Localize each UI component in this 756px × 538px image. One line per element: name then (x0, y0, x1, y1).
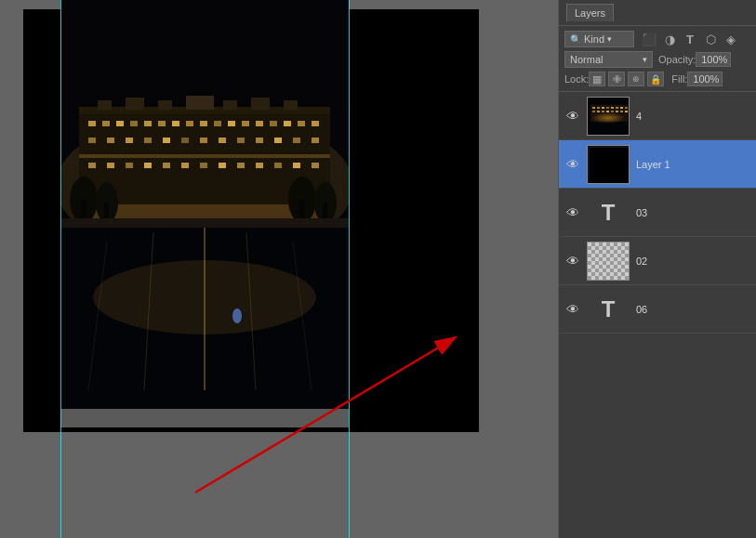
svg-rect-32 (312, 138, 319, 143)
layer-1-thumb (587, 145, 630, 184)
svg-rect-38 (163, 163, 170, 168)
search-row: 🔍 Kind ▾ ⬛ ◑ T ⬡ ◈ (564, 31, 750, 47)
svg-rect-40 (200, 163, 207, 168)
svg-rect-35 (107, 163, 114, 168)
svg-rect-72 (60, 218, 349, 228)
layer-4-thumb (587, 97, 630, 136)
svg-rect-16 (270, 121, 277, 126)
svg-rect-29 (256, 138, 263, 143)
svg-rect-80 (602, 107, 604, 109)
svg-rect-44 (274, 163, 282, 168)
svg-rect-4 (102, 121, 110, 126)
svg-rect-84 (620, 107, 623, 109)
svg-rect-42 (237, 163, 245, 168)
layer-06-name: 06 (636, 304, 751, 315)
svg-rect-11 (200, 121, 207, 126)
svg-rect-23 (144, 138, 152, 143)
svg-rect-21 (107, 138, 114, 143)
svg-rect-73 (60, 409, 349, 427)
blend-mode-label: Normal (570, 54, 603, 65)
layers-toolbar: 🔍 Kind ▾ ⬛ ◑ T ⬡ ◈ Normal ▾ Opacity: 100… (559, 26, 756, 92)
layers-tab[interactable]: Layers (566, 4, 614, 21)
svg-rect-79 (597, 107, 600, 109)
layer-06-text-icon: T (587, 290, 630, 329)
opacity-value[interactable]: 100% (696, 52, 731, 67)
svg-rect-36 (126, 163, 133, 168)
layer-4-visibility[interactable]: 👁 (564, 107, 582, 125)
svg-rect-14 (242, 121, 249, 126)
svg-rect-22 (126, 138, 133, 143)
layer-06-visibility[interactable]: 👁 (564, 300, 582, 319)
blend-opacity-row: Normal ▾ Opacity: 100% (564, 51, 750, 68)
fill-label: Fill: (671, 73, 687, 85)
svg-rect-26 (200, 138, 207, 143)
image-svg (60, 0, 349, 427)
guide-line-1 (60, 0, 61, 538)
svg-rect-54 (284, 100, 298, 110)
layer-03-visibility[interactable]: 👁 (564, 203, 582, 222)
layer-1-thumb-svg (588, 146, 630, 184)
svg-rect-13 (228, 121, 235, 126)
svg-rect-15 (256, 121, 263, 126)
opacity-label: Opacity: (658, 54, 696, 65)
lock-all-btn[interactable]: 🔒 (647, 72, 664, 86)
layer-02-thumb (587, 242, 630, 281)
svg-rect-8 (158, 121, 166, 126)
blend-arrow: ▾ (643, 55, 647, 64)
kind-dropdown[interactable]: 🔍 Kind ▾ (564, 31, 634, 47)
layer-item-1[interactable]: 👁 Layer 1 (559, 140, 756, 189)
svg-rect-12 (214, 121, 221, 126)
svg-rect-27 (219, 138, 226, 143)
layer-1-name: Layer 1 (636, 159, 751, 170)
svg-rect-6 (130, 121, 138, 126)
svg-rect-34 (88, 163, 96, 168)
lock-position-btn[interactable]: ⊕ (628, 72, 644, 86)
layer-item-06[interactable]: 👁 T 06 (559, 285, 756, 334)
svg-rect-43 (256, 163, 263, 168)
layer-4-name: 4 (636, 111, 751, 122)
layers-panel-header: Layers (559, 0, 756, 26)
lock-transparent-btn[interactable]: ▦ (589, 72, 605, 86)
search-icon: 🔍 (570, 34, 581, 45)
layer-4-thumb-image (588, 98, 629, 135)
shape-filter-icon[interactable]: ⬡ (702, 31, 719, 47)
svg-rect-83 (616, 107, 618, 109)
svg-rect-78 (592, 107, 595, 109)
svg-rect-39 (181, 163, 189, 168)
svg-rect-48 (98, 100, 112, 110)
svg-rect-10 (186, 121, 193, 126)
svg-rect-52 (223, 100, 237, 110)
pixel-filter-icon[interactable]: ⬛ (641, 31, 657, 47)
layer-02-name: 02 (636, 256, 751, 267)
svg-rect-85 (625, 107, 628, 109)
canvas-area (0, 0, 558, 538)
svg-rect-41 (219, 163, 226, 168)
building-thumb-glow (591, 112, 624, 124)
svg-rect-93 (625, 111, 628, 112)
blend-mode-dropdown[interactable]: Normal ▾ (564, 51, 653, 68)
svg-rect-97 (589, 147, 630, 184)
filter-icons: ⬛ ◑ T ⬡ ◈ (641, 31, 739, 47)
layer-02-visibility[interactable]: 👁 (564, 252, 582, 270)
canvas-bottom-area (0, 432, 558, 538)
svg-rect-95 (588, 122, 630, 136)
layers-panel: Layers 🔍 Kind ▾ ⬛ ◑ T ⬡ ◈ Normal ▾ (558, 0, 756, 538)
adjust-filter-icon[interactable]: ◑ (661, 31, 678, 47)
svg-rect-49 (126, 98, 144, 110)
svg-rect-18 (298, 121, 305, 126)
fill-value[interactable]: 100% (687, 72, 723, 86)
type-filter-icon[interactable]: T (682, 31, 698, 47)
svg-rect-7 (144, 121, 152, 126)
lock-label: Lock: (564, 73, 589, 85)
svg-point-71 (232, 308, 242, 323)
kind-label: Kind (584, 33, 604, 45)
svg-rect-51 (186, 96, 214, 110)
layer-item-03[interactable]: 👁 T 03 (559, 189, 756, 237)
svg-rect-5 (116, 121, 124, 126)
smart-filter-icon[interactable]: ◈ (723, 31, 739, 47)
layer-1-visibility[interactable]: 👁 (564, 155, 582, 174)
layer-item-02[interactable]: 👁 02 (559, 237, 756, 285)
svg-rect-17 (284, 121, 291, 126)
layer-item-4[interactable]: 👁 (559, 92, 756, 140)
lock-image-btn[interactable]: ✙ (608, 72, 625, 86)
